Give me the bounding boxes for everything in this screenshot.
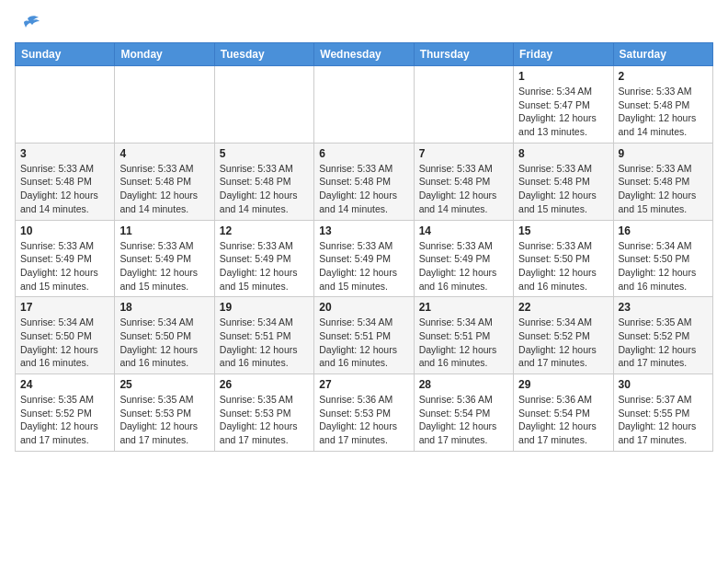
day-detail: Sunrise: 5:34 AMSunset: 5:51 PMDaylight:…: [319, 316, 408, 370]
calendar-body: 1Sunrise: 5:34 AMSunset: 5:47 PMDaylight…: [16, 66, 713, 452]
weekday-header-wednesday: Wednesday: [314, 43, 414, 66]
day-number: 21: [419, 301, 508, 314]
page-header: [15, 15, 713, 35]
calendar-week-1: 1Sunrise: 5:34 AMSunset: 5:47 PMDaylight…: [16, 66, 713, 144]
day-detail: Sunrise: 5:33 AMSunset: 5:48 PMDaylight:…: [220, 162, 309, 216]
weekday-header-saturday: Saturday: [613, 43, 712, 66]
calendar-cell: 8Sunrise: 5:33 AMSunset: 5:48 PMDaylight…: [514, 143, 613, 220]
calendar-cell: 24Sunrise: 5:35 AMSunset: 5:52 PMDayligh…: [16, 374, 115, 452]
day-number: 17: [20, 301, 109, 314]
day-number: 12: [220, 224, 309, 237]
day-number: 22: [518, 301, 608, 314]
day-number: 13: [319, 224, 408, 237]
day-detail: Sunrise: 5:33 AMSunset: 5:49 PMDaylight:…: [419, 239, 508, 293]
day-number: 14: [419, 224, 508, 237]
day-detail: Sunrise: 5:36 AMSunset: 5:54 PMDaylight:…: [518, 393, 608, 447]
calendar-cell: 11Sunrise: 5:33 AMSunset: 5:49 PMDayligh…: [115, 220, 214, 297]
day-detail: Sunrise: 5:33 AMSunset: 5:48 PMDaylight:…: [619, 162, 708, 216]
calendar-cell: 6Sunrise: 5:33 AMSunset: 5:48 PMDaylight…: [314, 143, 414, 220]
day-number: 15: [518, 224, 608, 237]
day-number: 30: [619, 378, 708, 391]
day-detail: Sunrise: 5:35 AMSunset: 5:53 PMDaylight:…: [220, 393, 309, 447]
calendar-cell: 7Sunrise: 5:33 AMSunset: 5:48 PMDaylight…: [414, 143, 513, 220]
day-number: 11: [119, 224, 209, 237]
day-detail: Sunrise: 5:34 AMSunset: 5:52 PMDaylight:…: [518, 316, 608, 370]
calendar-cell: [16, 66, 115, 144]
calendar-table: SundayMondayTuesdayWednesdayThursdayFrid…: [15, 42, 713, 452]
calendar-cell: 22Sunrise: 5:34 AMSunset: 5:52 PMDayligh…: [514, 297, 613, 374]
logo: [15, 15, 46, 35]
calendar-cell: 14Sunrise: 5:33 AMSunset: 5:49 PMDayligh…: [414, 220, 513, 297]
day-number: 19: [220, 301, 309, 314]
day-detail: Sunrise: 5:33 AMSunset: 5:49 PMDaylight:…: [20, 239, 109, 293]
day-number: 26: [220, 378, 309, 391]
day-number: 16: [619, 224, 708, 237]
day-detail: Sunrise: 5:35 AMSunset: 5:52 PMDaylight:…: [20, 393, 109, 447]
calendar-header-row: SundayMondayTuesdayWednesdayThursdayFrid…: [16, 43, 713, 66]
day-detail: Sunrise: 5:33 AMSunset: 5:49 PMDaylight:…: [119, 239, 209, 293]
day-number: 7: [419, 147, 508, 160]
day-detail: Sunrise: 5:36 AMSunset: 5:53 PMDaylight:…: [319, 393, 408, 447]
day-number: 3: [20, 147, 109, 160]
calendar-cell: 2Sunrise: 5:33 AMSunset: 5:48 PMDaylight…: [613, 66, 712, 144]
day-detail: Sunrise: 5:34 AMSunset: 5:51 PMDaylight:…: [220, 316, 309, 370]
calendar-cell: 12Sunrise: 5:33 AMSunset: 5:49 PMDayligh…: [214, 220, 313, 297]
calendar-week-3: 10Sunrise: 5:33 AMSunset: 5:49 PMDayligh…: [16, 220, 713, 297]
day-number: 28: [419, 378, 508, 391]
day-detail: Sunrise: 5:33 AMSunset: 5:49 PMDaylight:…: [220, 239, 309, 293]
calendar-cell: 19Sunrise: 5:34 AMSunset: 5:51 PMDayligh…: [214, 297, 313, 374]
day-detail: Sunrise: 5:34 AMSunset: 5:50 PMDaylight:…: [119, 316, 209, 370]
day-detail: Sunrise: 5:33 AMSunset: 5:49 PMDaylight:…: [319, 239, 408, 293]
day-number: 2: [619, 70, 708, 83]
calendar-cell: 25Sunrise: 5:35 AMSunset: 5:53 PMDayligh…: [115, 374, 214, 452]
day-number: 9: [619, 147, 708, 160]
weekday-header-friday: Friday: [514, 43, 613, 66]
calendar-cell: 29Sunrise: 5:36 AMSunset: 5:54 PMDayligh…: [514, 374, 613, 452]
calendar-cell: 20Sunrise: 5:34 AMSunset: 5:51 PMDayligh…: [314, 297, 414, 374]
weekday-header-tuesday: Tuesday: [214, 43, 313, 66]
day-detail: Sunrise: 5:33 AMSunset: 5:48 PMDaylight:…: [619, 85, 708, 139]
calendar-cell: 18Sunrise: 5:34 AMSunset: 5:50 PMDayligh…: [115, 297, 214, 374]
day-number: 25: [119, 378, 209, 391]
calendar-cell: 21Sunrise: 5:34 AMSunset: 5:51 PMDayligh…: [414, 297, 513, 374]
day-detail: Sunrise: 5:37 AMSunset: 5:55 PMDaylight:…: [619, 393, 708, 447]
day-number: 6: [319, 147, 408, 160]
day-detail: Sunrise: 5:36 AMSunset: 5:54 PMDaylight:…: [419, 393, 508, 447]
day-detail: Sunrise: 5:33 AMSunset: 5:48 PMDaylight:…: [319, 162, 408, 216]
weekday-header-monday: Monday: [115, 43, 214, 66]
day-number: 24: [20, 378, 109, 391]
calendar-week-4: 17Sunrise: 5:34 AMSunset: 5:50 PMDayligh…: [16, 297, 713, 374]
calendar-cell: 17Sunrise: 5:34 AMSunset: 5:50 PMDayligh…: [16, 297, 115, 374]
weekday-header-thursday: Thursday: [414, 43, 513, 66]
day-number: 10: [20, 224, 109, 237]
day-number: 5: [220, 147, 309, 160]
calendar-week-2: 3Sunrise: 5:33 AMSunset: 5:48 PMDaylight…: [16, 143, 713, 220]
day-number: 8: [518, 147, 608, 160]
calendar-cell: 16Sunrise: 5:34 AMSunset: 5:50 PMDayligh…: [613, 220, 712, 297]
day-detail: Sunrise: 5:34 AMSunset: 5:47 PMDaylight:…: [518, 85, 608, 139]
calendar-cell: 26Sunrise: 5:35 AMSunset: 5:53 PMDayligh…: [214, 374, 313, 452]
day-number: 23: [619, 301, 708, 314]
day-detail: Sunrise: 5:33 AMSunset: 5:50 PMDaylight:…: [518, 239, 608, 293]
calendar-cell: 5Sunrise: 5:33 AMSunset: 5:48 PMDaylight…: [214, 143, 313, 220]
day-number: 4: [119, 147, 209, 160]
day-detail: Sunrise: 5:33 AMSunset: 5:48 PMDaylight:…: [518, 162, 608, 216]
day-detail: Sunrise: 5:33 AMSunset: 5:48 PMDaylight:…: [119, 162, 209, 216]
day-detail: Sunrise: 5:35 AMSunset: 5:53 PMDaylight:…: [119, 393, 209, 447]
calendar-cell: 27Sunrise: 5:36 AMSunset: 5:53 PMDayligh…: [314, 374, 414, 452]
calendar-cell: 13Sunrise: 5:33 AMSunset: 5:49 PMDayligh…: [314, 220, 414, 297]
calendar-cell: [314, 66, 414, 144]
calendar-cell: [214, 66, 313, 144]
calendar-cell: 9Sunrise: 5:33 AMSunset: 5:48 PMDaylight…: [613, 143, 712, 220]
day-number: 20: [319, 301, 408, 314]
calendar-cell: 1Sunrise: 5:34 AMSunset: 5:47 PMDaylight…: [514, 66, 613, 144]
calendar-cell: 28Sunrise: 5:36 AMSunset: 5:54 PMDayligh…: [414, 374, 513, 452]
calendar-week-5: 24Sunrise: 5:35 AMSunset: 5:52 PMDayligh…: [16, 374, 713, 452]
calendar-cell: 4Sunrise: 5:33 AMSunset: 5:48 PMDaylight…: [115, 143, 214, 220]
day-detail: Sunrise: 5:33 AMSunset: 5:48 PMDaylight:…: [20, 162, 109, 216]
day-number: 27: [319, 378, 408, 391]
day-detail: Sunrise: 5:35 AMSunset: 5:52 PMDaylight:…: [619, 316, 708, 370]
calendar-cell: 15Sunrise: 5:33 AMSunset: 5:50 PMDayligh…: [514, 220, 613, 297]
calendar-cell: 30Sunrise: 5:37 AMSunset: 5:55 PMDayligh…: [613, 374, 712, 452]
calendar-cell: 10Sunrise: 5:33 AMSunset: 5:49 PMDayligh…: [16, 220, 115, 297]
